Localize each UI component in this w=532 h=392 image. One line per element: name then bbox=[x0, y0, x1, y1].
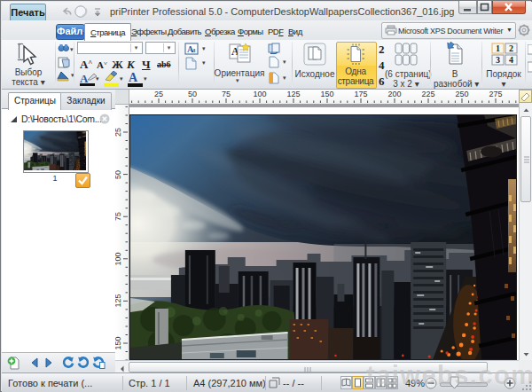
svg-text:225: 225 bbox=[421, 90, 434, 98]
svg-text:a: a bbox=[192, 46, 196, 54]
svg-text:125: 125 bbox=[286, 90, 300, 98]
svg-text:25: 25 bbox=[115, 128, 122, 137]
svg-text:25: 25 bbox=[154, 90, 163, 98]
svg-text:50: 50 bbox=[188, 90, 197, 98]
svg-text:75: 75 bbox=[115, 212, 122, 221]
svg-text:250: 250 bbox=[455, 90, 468, 98]
svg-text:125: 125 bbox=[115, 294, 122, 307]
svg-text:2: 2 bbox=[509, 43, 513, 53]
svg-text:50: 50 bbox=[115, 170, 122, 179]
svg-text:75: 75 bbox=[222, 90, 231, 98]
svg-text:200: 200 bbox=[387, 90, 401, 98]
svg-text:150: 150 bbox=[320, 90, 333, 98]
svg-text:150: 150 bbox=[115, 336, 122, 349]
svg-text:4: 4 bbox=[509, 55, 513, 65]
svg-text:3: 3 bbox=[496, 55, 500, 65]
svg-text:175: 175 bbox=[354, 90, 367, 98]
svg-text:100: 100 bbox=[253, 90, 266, 98]
svg-text:100: 100 bbox=[115, 252, 122, 265]
svg-text:275: 275 bbox=[489, 90, 502, 98]
svg-text:1: 1 bbox=[496, 43, 500, 53]
